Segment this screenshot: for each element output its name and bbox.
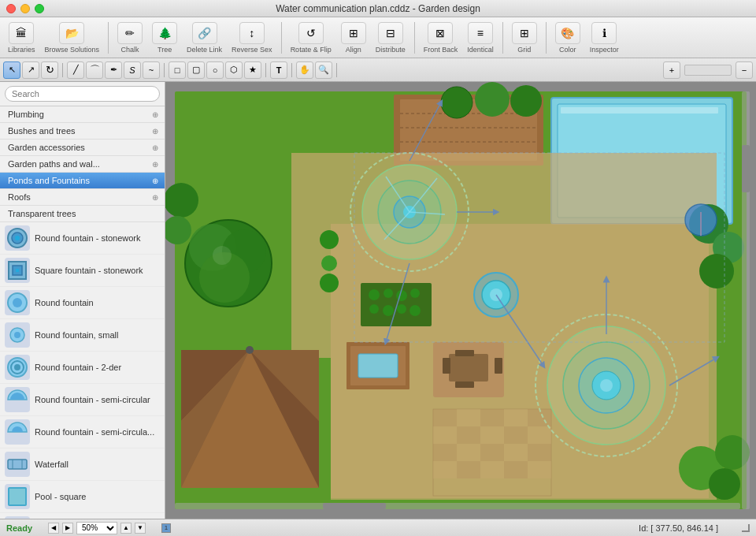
window-title: Water communication plan.cddz - Garden d… <box>276 3 480 14</box>
rotate-icon[interactable]: ↺ <box>298 22 324 44</box>
category-roofs[interactable]: Roofs ⊕ <box>0 189 165 206</box>
titlebar: Water communication plan.cddz - Garden d… <box>0 0 756 17</box>
grid-icon[interactable]: ⊞ <box>512 22 537 44</box>
category-accessories[interactable]: Garden accessories ⊕ <box>0 140 165 156</box>
polygon-tool[interactable]: ⬡ <box>225 61 243 79</box>
svg-rect-45 <box>455 382 474 388</box>
pen-tool[interactable]: ✒ <box>105 61 122 79</box>
browse-icon[interactable]: 📂 <box>59 22 84 44</box>
toolbar-separator-3 <box>414 22 415 54</box>
ellipse-tool[interactable]: ○ <box>206 61 224 79</box>
toolbar-chalk[interactable]: ✏ Chalk <box>114 20 146 55</box>
rounded-rect-tool[interactable]: ▢ <box>187 61 205 79</box>
main-area: Plumbing ⊕ Bushes and trees ⊕ Garden acc… <box>0 82 756 519</box>
category-transparent[interactable]: Transparent trees <box>0 206 165 222</box>
toolbar-identical[interactable]: ≡ Identical <box>464 20 497 55</box>
zoom-control[interactable]: ◀ ▶ 50% 100% 75% ▲ ▼ <box>48 522 146 534</box>
zoom-slider[interactable] <box>684 65 732 76</box>
list-item[interactable]: Square fountain - stonework <box>0 255 165 287</box>
list-item[interactable]: Pool - square <box>0 481 165 513</box>
text-tool[interactable]: T <box>270 61 287 79</box>
toolbar-libraries[interactable]: 🏛 Libraries <box>5 20 39 55</box>
identical-icon[interactable]: ≡ <box>468 22 493 44</box>
inspector-icon[interactable]: ℹ <box>591 22 617 44</box>
category-ponds[interactable]: Ponds and Fountains ⊕ <box>0 173 165 189</box>
svg-rect-43 <box>495 358 502 374</box>
rect-tool[interactable]: □ <box>169 61 186 79</box>
list-item[interactable]: Round fountain - 2-der <box>0 352 165 384</box>
toolbar-align[interactable]: ⊞ Align <box>338 20 369 55</box>
toolbar-browse[interactable]: 📂 Browse Solutions <box>42 20 103 55</box>
zoom-prev-button[interactable]: ◀ <box>48 523 59 534</box>
tree-icon[interactable]: 🌲 <box>152 22 177 44</box>
list-item[interactable]: Round fountain <box>0 287 165 319</box>
rotate-tool[interactable]: ↻ <box>41 61 58 79</box>
toolbar-delete-link[interactable]: 🔗 Delete Link <box>183 20 225 55</box>
toolsbar: ↖ ↗ ↻ ╱ ⌒ ✒ S ~ □ ▢ ○ ⬡ ★ T ✋ 🔍 + − <box>0 58 756 82</box>
color-icon[interactable]: 🎨 <box>555 22 580 44</box>
svg-point-2 <box>15 236 20 240</box>
svg-point-99 <box>441 87 472 118</box>
zoom-select[interactable]: 50% 100% 75% <box>76 522 117 534</box>
maximize-button[interactable] <box>35 4 44 13</box>
svg-point-107 <box>709 468 740 500</box>
hand-tool[interactable]: ✋ <box>296 61 313 79</box>
list-item[interactable]: Pool - rectangular <box>0 513 165 519</box>
toolbar-tree[interactable]: 🌲 Tree <box>149 20 180 55</box>
toolbar-reverse[interactable]: ↕ Reverse Sex <box>228 20 276 55</box>
direct-select-tool[interactable]: ↗ <box>22 61 39 79</box>
select-tool[interactable]: ↖ <box>3 61 20 79</box>
align-icon[interactable]: ⊞ <box>341 22 366 44</box>
toolbar-inspector[interactable]: ℹ Inspector <box>587 20 622 55</box>
toolbar-grid[interactable]: ⊞ Grid <box>509 20 540 55</box>
zoom-in-tool[interactable]: + <box>663 61 680 79</box>
svg-rect-62 <box>433 461 457 478</box>
category-bushes[interactable]: Bushes and trees ⊕ <box>0 123 165 140</box>
svg-rect-41 <box>449 354 488 382</box>
zoom-up-button[interactable]: ▲ <box>120 523 132 534</box>
category-plumbing[interactable]: Plumbing ⊕ <box>0 106 165 123</box>
svg-rect-54 <box>480 426 504 444</box>
close-button[interactable] <box>6 4 16 13</box>
chalk-icon[interactable]: ✏ <box>117 22 143 44</box>
star-tool[interactable]: ★ <box>244 61 261 79</box>
resize-handle[interactable] <box>742 524 750 532</box>
list-item[interactable]: Round fountain - semi-circula... <box>0 416 165 449</box>
list-item[interactable]: Round fountain, small <box>0 319 165 352</box>
reverse-icon[interactable]: ↕ <box>239 22 265 44</box>
spline-tool[interactable]: ~ <box>143 61 160 79</box>
svg-point-101 <box>510 85 542 117</box>
minimize-button[interactable] <box>20 4 30 13</box>
arc-tool[interactable]: ⌒ <box>86 61 103 79</box>
list-item[interactable]: Round fountain - stonework <box>0 222 165 255</box>
list-item[interactable]: Waterfall <box>0 449 165 481</box>
svg-rect-60 <box>504 444 528 461</box>
zoom-down-button[interactable]: ▼ <box>135 523 146 534</box>
svg-point-73 <box>383 305 394 316</box>
rotate-label: Rotate & Flip <box>291 46 332 54</box>
item-thumb-3 <box>5 322 30 348</box>
distribute-icon[interactable]: ⊟ <box>378 22 403 44</box>
svg-point-90 <box>600 379 613 392</box>
svg-rect-66 <box>528 461 551 478</box>
line-tool[interactable]: ╱ <box>67 61 84 79</box>
search-input[interactable] <box>5 86 160 102</box>
toolbar-color[interactable]: 🎨 Color <box>552 20 584 55</box>
libraries-icon[interactable]: 🏛 <box>9 22 34 44</box>
toolbar-front-back[interactable]: ⊠ Front Back <box>421 20 461 55</box>
front-back-icon[interactable]: ⊠ <box>428 22 453 44</box>
category-paths[interactable]: Garden paths and wal... ⊕ <box>0 156 165 173</box>
canvas-area[interactable] <box>165 82 756 519</box>
list-item[interactable]: Round fountain - semi-circular <box>0 384 165 416</box>
toolbar-rotate[interactable]: ↺ Rotate & Flip <box>287 20 335 55</box>
category-accessories-label: Garden accessories <box>8 143 85 152</box>
svg-rect-52 <box>433 426 457 444</box>
delete-link-icon[interactable]: 🔗 <box>192 22 217 44</box>
zoom-tool[interactable]: 🔍 <box>315 61 332 79</box>
zoom-next-button[interactable]: ▶ <box>62 523 73 534</box>
page-1-dot[interactable]: 1 <box>161 523 171 533</box>
bezier-tool[interactable]: S <box>124 61 141 79</box>
toolbar-distribute[interactable]: ⊟ Distribute <box>372 20 409 55</box>
zoom-out-tool[interactable]: − <box>736 61 753 79</box>
svg-rect-24 <box>561 107 718 114</box>
